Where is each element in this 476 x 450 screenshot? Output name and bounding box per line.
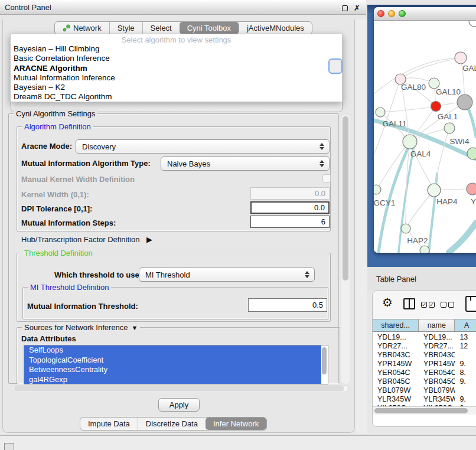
tab-network[interactable]: Network — [55, 22, 109, 34]
table-cell[interactable]: YER054C — [419, 369, 455, 377]
dpi-tolerance-field[interactable] — [250, 201, 330, 214]
settings-vertical-scrollbar[interactable] — [341, 115, 350, 384]
attributes-scrollbar[interactable] — [321, 345, 327, 384]
apply-button[interactable]: Apply — [158, 398, 200, 412]
data-attributes-list[interactable]: SelfLoopsTopologicalCoefficientBetweenne… — [24, 345, 328, 384]
network-node[interactable] — [374, 185, 381, 194]
network-node[interactable] — [431, 102, 441, 112]
settings-horizontal-thumb[interactable] — [14, 386, 344, 391]
table-cell[interactable]: 8. — [455, 369, 476, 377]
column-header-a[interactable]: A — [455, 319, 476, 331]
network-node[interactable] — [467, 148, 476, 159]
tab-impute-data[interactable]: Impute Data — [80, 418, 138, 430]
table-horizontal-scrollbar[interactable] — [373, 406, 476, 415]
which-threshold-combobox[interactable]: MI Threshold — [139, 268, 315, 282]
table-cell[interactable]: 9. — [455, 360, 476, 368]
aracne-mode-combobox[interactable]: Discovery — [76, 139, 330, 154]
table-cell[interactable]: YBR045C — [419, 377, 455, 386]
settings-vertical-thumb[interactable] — [343, 116, 348, 281]
close-icon[interactable]: ✗ — [354, 5, 360, 11]
network-node[interactable] — [420, 246, 429, 253]
zoom-traffic-light[interactable] — [399, 10, 406, 17]
dropdown-item-mutual-information-inference[interactable]: Mutual Information Inference — [11, 73, 342, 83]
checked-checkboxes-icon[interactable]: ✓✓ — [421, 302, 435, 308]
table-cell[interactable]: YBR043C — [419, 351, 455, 359]
mi-steps-field[interactable] — [250, 216, 330, 228]
table-row[interactable]: YLR345WYLR345W9. — [373, 394, 476, 403]
attribute-item-betweennesscentrality[interactable]: BetweennessCentrality — [24, 365, 322, 375]
table-cell[interactable]: YDL19... — [373, 333, 419, 341]
network-node[interactable] — [444, 123, 455, 133]
network-node[interactable] — [403, 135, 417, 149]
table-cell[interactable]: YBR043C — [373, 351, 419, 359]
tab-style[interactable]: Style — [109, 22, 142, 34]
table-horizontal-thumb[interactable] — [374, 408, 468, 413]
table-cell[interactable]: YLR345W — [419, 395, 455, 403]
tab-select[interactable]: Select — [142, 22, 180, 34]
settings-horizontal-scrollbar[interactable] — [12, 385, 348, 392]
network-edge[interactable] — [406, 190, 434, 229]
table-cell[interactable]: YDR27... — [419, 342, 455, 350]
dropdown-item-bayesian-hill-climbing[interactable]: Bayesian – Hill Climbing — [11, 44, 342, 54]
dropdown-item-dream8-dc-tdc-algorithm[interactable]: Dream8 DC_TDC Algorithm — [11, 92, 342, 102]
column-header-shared[interactable]: shared... — [373, 319, 419, 331]
table-row[interactable]: YDL19...YDL19...13 — [373, 332, 476, 341]
table-cell[interactable]: 12 — [455, 342, 476, 350]
network-window-titlebar[interactable] — [374, 7, 476, 21]
network-node[interactable] — [467, 183, 476, 195]
network-node[interactable] — [401, 224, 410, 233]
dropdown-item-basic-correlation-inference[interactable]: Basic Correlation Inference — [11, 54, 342, 63]
network-graph[interactable]: GALGAL80GAL10GAL1GAL11SWI4GAL4GCY1HAP4YH… — [374, 21, 476, 253]
network-edge[interactable] — [400, 58, 461, 79]
tab-jactivemnodules[interactable]: jActiveMNodules — [239, 22, 312, 34]
control-panel-titlebar[interactable]: Control Panel ✗ — [0, 0, 366, 15]
table-cell[interactable]: YBL079W — [419, 386, 455, 394]
unchecked-checkboxes-icon[interactable] — [441, 302, 454, 308]
attributes-scrollbar-thumb[interactable] — [322, 347, 327, 374]
minimize-traffic-light[interactable] — [388, 10, 395, 17]
table-cell[interactable]: YDL19... — [419, 333, 455, 341]
attribute-item-topologicalcoefficient[interactable]: TopologicalCoefficient — [24, 356, 322, 366]
mi-type-combobox[interactable]: Naive Bayes — [161, 156, 330, 171]
table-row[interactable]: YBR043CYBR043C — [373, 350, 476, 359]
table-row[interactable]: YPR145WYPR145W9. — [373, 359, 476, 368]
sources-toggle[interactable]: Sources for Network Inference▼ — [22, 323, 140, 332]
close-traffic-light[interactable] — [377, 10, 384, 17]
network-node[interactable] — [428, 184, 441, 197]
network-node[interactable] — [376, 107, 385, 117]
table-cell[interactable]: YLR345W — [373, 395, 419, 403]
gear-icon[interactable]: ⚙ — [382, 295, 393, 309]
network-window[interactable]: GALGAL80GAL10GAL1GAL11SWI4GAL4GCY1HAP4YH… — [374, 7, 476, 253]
table-cell[interactable]: YBR045C — [373, 377, 419, 386]
float-window-icon[interactable] — [342, 5, 348, 11]
table-cell[interactable]: 9. — [455, 377, 476, 386]
network-node[interactable] — [469, 21, 476, 27]
hub-tf-definition-toggle[interactable]: Hub/Transcription Factor Definition ▶ — [21, 235, 152, 244]
tab-cyni-toolbox[interactable]: Cyni Toolbox — [180, 22, 239, 34]
table-row[interactable]: YBR045CYBR045C9. — [373, 377, 476, 386]
table-icon[interactable] — [465, 296, 476, 312]
network-node[interactable] — [455, 52, 467, 64]
column-split-icon[interactable] — [403, 298, 415, 309]
table-cell[interactable]: YPR145W — [373, 360, 419, 368]
attribute-item-gal4rgexp[interactable]: gal4RGexp — [24, 375, 322, 384]
table-row[interactable]: YER054CYER054C8. — [373, 368, 476, 377]
tab-infer-network[interactable]: Infer Network — [206, 418, 266, 430]
attribute-item-selfloops[interactable]: SelfLoops — [24, 345, 322, 356]
focused-combobox-button[interactable] — [328, 58, 343, 74]
table-cell[interactable]: YBL079W — [373, 386, 419, 394]
table-cell[interactable]: 9. — [455, 395, 476, 403]
network-node[interactable] — [457, 94, 472, 110]
table-cell[interactable]: YPR145W — [419, 360, 455, 368]
table-row[interactable]: YBL079WYBL079W — [373, 386, 476, 394]
network-edge[interactable] — [380, 106, 436, 112]
tab-discretize-data[interactable]: Discretize Data — [138, 418, 206, 430]
mi-threshold-field[interactable] — [248, 298, 327, 312]
network-edge[interactable] — [449, 223, 476, 252]
table-row[interactable]: YDR27...YDR27...12 — [373, 341, 476, 350]
column-header-name[interactable]: name — [419, 319, 455, 331]
table-cell[interactable]: 13 — [455, 333, 476, 341]
network-canvas[interactable]: GALGAL80GAL10GAL1GAL11SWI4GAL4GCY1HAP4YH… — [374, 21, 476, 253]
dropdown-item-bayesian-k2[interactable]: Bayesian – K2 — [11, 83, 342, 92]
dropdown-item-aracne-algorithm[interactable]: ARACNE Algorithm — [11, 64, 342, 73]
